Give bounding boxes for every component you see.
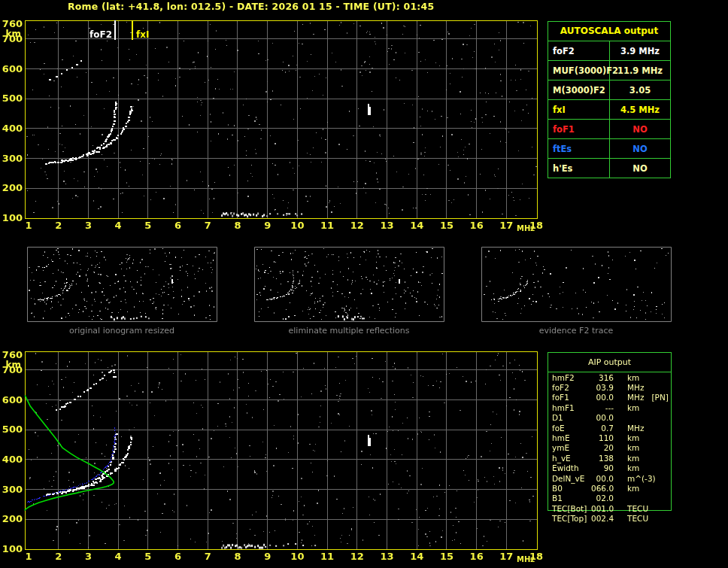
- autoscala-row-value: NO: [610, 120, 670, 138]
- panel-caption-evidence: evidence F2 trace: [481, 326, 671, 336]
- autoscala-row-label: fxI: [548, 100, 610, 119]
- aip-row-unit: m^(-3): [614, 474, 656, 483]
- autoscala-row-value: NO: [610, 159, 670, 178]
- aip-row-label: B0: [548, 484, 591, 493]
- aip-row-label: hmE: [548, 433, 591, 442]
- aip-row-label: foF1: [548, 393, 591, 402]
- autoscala-table-header: AUTOSCALA output: [548, 22, 670, 41]
- aip-row: Ewidth90km: [548, 463, 671, 473]
- autoscala-row: ftEsNO: [548, 138, 670, 158]
- aip-row-value: 066.0: [591, 484, 614, 493]
- autoscala-row: foF23.9 MHz: [548, 41, 670, 60]
- autoscala-table-rows: foF23.9 MHzMUF(3000)F211.9 MHzM(3000)F23…: [548, 41, 670, 178]
- aip-row-unit: km: [614, 443, 639, 452]
- aip-row: B0066.0km: [548, 483, 671, 493]
- autoscala-row-label: foF2: [548, 41, 610, 60]
- aip-row-unit: MHz: [614, 393, 644, 402]
- aip-row: foF100.0MHz[PN]: [548, 393, 671, 402]
- autoscala-row: foF1NO: [548, 119, 670, 138]
- aip-row: hmF2316km: [548, 372, 671, 382]
- aip-row-value: 138: [591, 454, 614, 463]
- autoscala-row: MUF(3000)F211.9 MHz: [548, 60, 670, 80]
- autoscala-row-label: foF1: [548, 120, 610, 138]
- aip-row-value: 001.0: [591, 504, 614, 513]
- aip-row: TEC[Bot]001.0TECU: [548, 503, 671, 513]
- aip-row-value: 90: [591, 463, 614, 472]
- aip-row-label: DelN_vE: [548, 474, 591, 483]
- autoscala-row-label: M(3000)F2: [548, 80, 610, 99]
- aip-row-value: 02.0: [591, 494, 614, 503]
- aip-row-unit: MHz: [614, 424, 644, 433]
- autoscala-row-value: NO: [610, 139, 670, 158]
- aip-row-value: 0.7: [591, 424, 614, 433]
- autoscala-row-label: h'Es: [548, 159, 610, 178]
- aip-row-unit: km: [614, 433, 639, 442]
- aip-row: hmF1---km: [548, 402, 671, 412]
- aip-row-label: B1: [548, 494, 591, 503]
- aip-row-unit: km: [614, 454, 639, 463]
- page-title: Rome (lat: +41.8, lon: 012.5) - DATE: 20…: [68, 1, 434, 12]
- autoscala-row-label: ftEs: [548, 139, 610, 158]
- aip-row: ymE20km: [548, 443, 671, 453]
- aip-row-unit: km: [614, 484, 639, 493]
- panel-caption-original: original ionogram resized: [27, 326, 217, 336]
- aip-row-note: [PN]: [644, 393, 668, 402]
- aip-row-value: 00.0: [591, 413, 614, 422]
- autoscala-row: fxI4.5 MHz: [548, 99, 670, 119]
- aip-row: hmE110km: [548, 433, 671, 442]
- autoscala-row-value: 4.5 MHz: [610, 100, 670, 119]
- autoscala-row-value: 3.05: [610, 80, 670, 99]
- aip-row-label: foE: [548, 424, 591, 433]
- autoscala-output-table: AUTOSCALA output foF23.9 MHzMUF(3000)F21…: [548, 21, 671, 178]
- aip-row-value: 316: [591, 373, 614, 382]
- aip-table-header: AIP output: [548, 353, 671, 372]
- aip-row-unit: km: [614, 403, 639, 412]
- aip-row: D100.0: [548, 413, 671, 423]
- aip-row: TEC[Top]002.4TECU: [548, 513, 671, 523]
- aip-row-value: 00.0: [591, 474, 614, 483]
- autoscala-row: M(3000)F23.05: [548, 80, 670, 99]
- autoscala-row-value: 3.9 MHz: [610, 41, 670, 60]
- aip-row-label: h_vE: [548, 454, 591, 463]
- aip-row-unit: MHz: [614, 383, 644, 392]
- aip-row-label: hmF2: [548, 373, 591, 382]
- aip-row-label: hmF1: [548, 403, 591, 412]
- aip-row-unit: km: [614, 373, 639, 382]
- aip-row-unit: TECU: [614, 504, 648, 513]
- aip-row-value: 00.0: [591, 393, 614, 402]
- aip-row-unit: TECU: [614, 514, 648, 523]
- aip-row-value: ---: [591, 403, 614, 412]
- aip-row: h_vE138km: [548, 453, 671, 463]
- aip-row-value: 110: [591, 433, 614, 442]
- aip-row-label: Ewidth: [548, 463, 591, 472]
- aip-row-value: 20: [591, 443, 614, 452]
- aip-table-rows: hmF2316kmfoF203.9MHzfoF100.0MHz[PN]hmF1-…: [548, 372, 671, 524]
- aip-row-label: D1: [548, 413, 591, 422]
- panel-caption-eliminate: eliminate multiple reflections: [254, 326, 444, 336]
- aip-row-value: 002.4: [591, 514, 614, 523]
- aip-row-label: TEC[Bot]: [548, 504, 591, 513]
- aip-row-unit: km: [614, 463, 639, 472]
- aip-output-table: AIP output hmF2316kmfoF203.9MHzfoF100.0M…: [548, 352, 672, 511]
- autoscala-row: h'EsNO: [548, 158, 670, 178]
- aip-row: DelN_vE00.0m^(-3): [548, 473, 671, 483]
- autoscala-row-value: 11.9 MHz: [610, 61, 670, 80]
- aip-row-label: ymE: [548, 443, 591, 452]
- aip-row: foE0.7MHz: [548, 423, 671, 433]
- aip-row-label: foF2: [548, 383, 591, 392]
- aip-row-label: TEC[Top]: [548, 514, 591, 523]
- aip-row-value: 03.9: [591, 383, 614, 392]
- autoscala-row-label: MUF(3000)F2: [548, 61, 610, 80]
- aip-row: B102.0: [548, 494, 671, 503]
- aip-row: foF203.9MHz: [548, 382, 671, 392]
